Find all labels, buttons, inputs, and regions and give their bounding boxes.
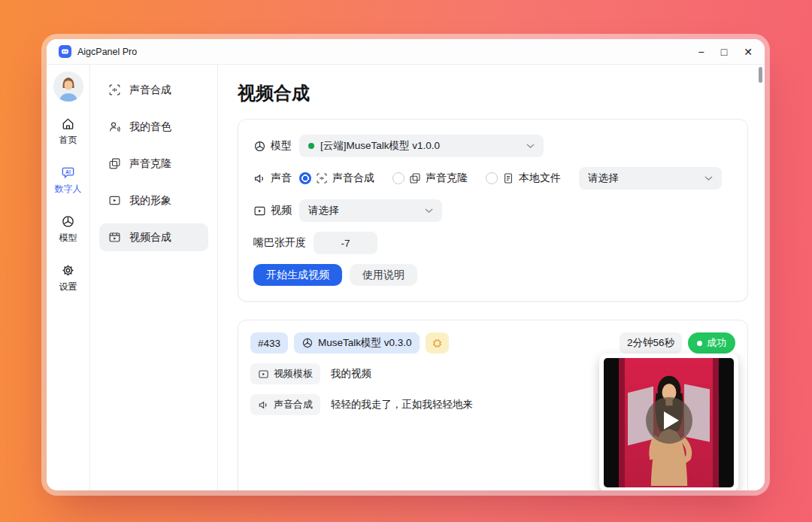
task-card: #433 MuseTalk模型 v0.3.0 2分钟56秒 成功	[238, 320, 748, 490]
video-template-tag: 视频模板	[250, 363, 320, 384]
gear-icon	[61, 263, 75, 278]
rail-item-label: 模型	[59, 232, 77, 244]
titlebar[interactable]: AigcPanel Pro − □ ✕	[47, 39, 765, 65]
backdrop-edge	[619, 358, 625, 487]
voice-synthesis-text: 轻轻的我走了，正如我轻轻地来	[331, 398, 473, 411]
voice-select[interactable]: 请选择	[579, 167, 722, 190]
app-body: 首页 AI 数字人 模型 设置 声音合成	[47, 65, 765, 490]
my-avatar-icon	[108, 194, 121, 207]
rail-item-label: 设置	[59, 281, 77, 293]
video-template-icon	[258, 369, 269, 380]
chevron-down-icon	[526, 144, 535, 149]
task-model-badge: MuseTalk模型 v0.3.0	[294, 332, 420, 354]
chevron-down-icon	[425, 208, 433, 214]
task-id-badge: #433	[250, 332, 288, 354]
rail-item-model[interactable]: 模型	[59, 214, 77, 244]
video-frame	[604, 358, 734, 487]
scrollbar-thumb[interactable]	[759, 67, 762, 83]
video-template-value: 我的视频	[331, 367, 371, 381]
close-button[interactable]: ✕	[744, 47, 753, 57]
backdrop-edge	[713, 358, 719, 487]
voice-row: 声音 声音合成 声音克隆	[253, 167, 732, 190]
buttons-row: 开始生成视频 使用说明	[253, 264, 732, 286]
mouth-row: 嘴巴张开度	[253, 232, 732, 254]
voice-synthesis-icon	[316, 172, 328, 184]
task-status-badge: 成功	[688, 332, 735, 354]
submenu-item-label: 声音合成	[129, 83, 171, 97]
model-icon	[61, 214, 75, 229]
voice-option-clone[interactable]: 声音克隆	[392, 171, 468, 185]
nav-rail: 首页 AI 数字人 模型 设置	[47, 65, 90, 490]
voice-label: 声音	[253, 171, 292, 185]
avatar[interactable]	[53, 71, 83, 102]
rail-item-label: 数字人	[55, 183, 82, 196]
maximize-button[interactable]: □	[721, 47, 727, 57]
task-settings-badge[interactable]	[426, 332, 449, 354]
app-logo-icon	[59, 45, 71, 58]
radio-unselected	[392, 172, 404, 184]
form-card: 模型 [云端]MuseTalk模型 v1.0.0 声音	[238, 119, 748, 302]
model-icon	[301, 337, 314, 349]
rail-item-settings[interactable]: 设置	[59, 263, 77, 293]
speaker-icon	[258, 399, 269, 411]
usage-help-button[interactable]: 使用说明	[350, 264, 417, 286]
my-voice-icon	[108, 120, 121, 133]
minimize-button[interactable]: −	[698, 47, 704, 57]
video-row: 视频 请选择	[253, 199, 732, 222]
svg-text:AI: AI	[65, 169, 71, 175]
window-title: AigcPanel Pro	[77, 47, 137, 57]
chip-settings-icon	[432, 338, 443, 349]
desktop-background: AigcPanel Pro − □ ✕	[0, 0, 812, 522]
voice-option-synthesis[interactable]: 声音合成	[299, 171, 374, 185]
submenu-item-voice-clone[interactable]: 声音克隆	[99, 150, 208, 178]
voice-synthesis-icon	[108, 83, 121, 96]
task-header: #433 MuseTalk模型 v0.3.0 2分钟56秒 成功	[250, 332, 735, 354]
radio-unselected	[486, 172, 498, 184]
voice-synthesis-tag: 声音合成	[250, 394, 320, 415]
ai-digital-human-icon: AI	[61, 165, 75, 180]
voice-clone-icon	[108, 157, 121, 170]
page-title: 视频合成	[238, 81, 748, 105]
chevron-down-icon	[704, 176, 713, 181]
submenu: 声音合成 我的音色 声音克隆 我的形象 视频合成	[90, 65, 218, 490]
submenu-item-voice-synthesis[interactable]: 声音合成	[99, 76, 208, 104]
voice-option-local-file[interactable]: 本地文件	[486, 171, 561, 185]
model-label: 模型	[253, 139, 292, 153]
video-synthesis-icon	[108, 231, 121, 244]
model-select-value: [云端]MuseTalk模型 v1.0.0	[320, 139, 440, 153]
mouth-openness-input[interactable]	[314, 232, 377, 254]
submenu-item-label: 声音克隆	[129, 157, 171, 171]
video-select-placeholder: 请选择	[308, 204, 339, 217]
voice-clone-icon	[409, 172, 421, 184]
status-dot	[308, 143, 314, 149]
model-icon	[253, 140, 266, 153]
task-duration-badge: 2分钟56秒	[620, 332, 682, 354]
video-label: 视频	[253, 204, 292, 217]
submenu-item-label: 我的形象	[129, 194, 171, 208]
radio-selected	[299, 172, 311, 184]
speaker-icon	[253, 172, 266, 185]
app-window: AigcPanel Pro − □ ✕	[47, 39, 765, 490]
rail-item-label: 首页	[59, 134, 77, 147]
home-icon	[61, 117, 75, 131]
voice-select-placeholder: 请选择	[588, 171, 619, 185]
file-icon	[502, 172, 514, 184]
rail-item-home[interactable]: 首页	[59, 117, 77, 147]
window-controls: − □ ✕	[698, 47, 753, 57]
video-select[interactable]: 请选择	[299, 199, 442, 222]
submenu-item-video-synthesis[interactable]: 视频合成	[99, 223, 208, 251]
rail-item-digital-human[interactable]: AI 数字人	[55, 165, 82, 196]
submenu-item-my-voice[interactable]: 我的音色	[99, 113, 208, 141]
start-generate-video-button[interactable]: 开始生成视频	[253, 264, 342, 286]
play-icon	[664, 411, 679, 429]
model-select[interactable]: [云端]MuseTalk模型 v1.0.0	[299, 135, 544, 157]
video-thumbnail[interactable]	[599, 354, 738, 490]
mouth-openness-label: 嘴巴张开度	[253, 236, 306, 250]
submenu-item-label: 视频合成	[129, 231, 171, 244]
main-content: 视频合成 模型 [云端]MuseTalk模型 v1.0.0	[218, 65, 765, 490]
video-icon	[253, 205, 266, 217]
model-row: 模型 [云端]MuseTalk模型 v1.0.0	[253, 135, 732, 157]
play-button[interactable]	[646, 397, 692, 444]
submenu-item-my-avatar[interactable]: 我的形象	[99, 187, 208, 214]
status-dot	[697, 341, 702, 346]
